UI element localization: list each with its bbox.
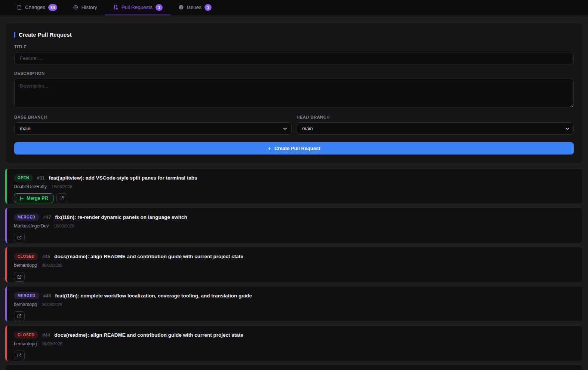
pr-card: CLOSED #44 docs(readme): align README an… (5, 325, 583, 361)
panel-title: Create Pull Request (19, 31, 72, 38)
merge-pr-button-label: Merge PR (27, 196, 48, 201)
head-branch-column: HEAD BRANCH main (297, 109, 574, 135)
merge-pr-button[interactable]: Merge PR (14, 193, 53, 203)
pr-number: #44 (42, 333, 50, 338)
base-branch-select[interactable]: main (14, 122, 292, 135)
pr-number: #46 (43, 293, 51, 299)
panel-heading: Create Pull Request (14, 31, 574, 38)
partial-card (5, 365, 583, 370)
pr-card: OPEN #31 feat(splitview): add VSCode-sty… (5, 168, 583, 204)
pr-card: CLOSED #45 docs(readme): align README an… (5, 247, 583, 282)
tab-issues[interactable]: Issues 1 (170, 0, 219, 15)
create-pull-request-button-label: Create Pull Request (274, 146, 320, 151)
pull-requests-count-badge: 1 (156, 4, 163, 11)
pr-author: DoubleDeeRuffy (14, 184, 47, 189)
branch-row: BASE BRANCH main HEAD BRANCH main (14, 109, 574, 135)
base-branch-column: BASE BRANCH main (14, 109, 292, 135)
open-external-button[interactable] (14, 272, 25, 282)
pr-author: bernardopg (14, 302, 37, 307)
pr-author: bernardopg (14, 341, 37, 346)
status-badge: MERGED (14, 214, 39, 221)
issue-icon (178, 4, 184, 10)
open-external-button[interactable] (14, 311, 25, 321)
open-external-button[interactable] (56, 193, 67, 203)
pr-title: feat(splitview): add VSCode-style split … (49, 175, 197, 181)
pr-date: 06/03/2026 (41, 263, 62, 267)
pr-number: #31 (37, 175, 45, 181)
pr-date: 06/03/2026 (41, 342, 62, 346)
pr-date: 10/03/2026 (53, 224, 74, 228)
pr-card: MERGED #46 feat(i18n): complete workflow… (5, 286, 583, 322)
head-branch-label: HEAD BRANCH (297, 115, 574, 119)
changes-count-badge: 84 (48, 4, 57, 11)
pr-card: MERGED #47 fix(i18n): re-render dynamic … (5, 208, 583, 243)
pr-author: MarkusUngerDev (14, 223, 49, 229)
pull-request-icon (113, 4, 118, 10)
tab-history[interactable]: History (65, 0, 105, 15)
pull-request-list: OPEN #31 feat(splitview): add VSCode-sty… (5, 168, 583, 370)
issues-count-badge: 1 (204, 4, 212, 11)
title-field-label: TITLE (14, 45, 574, 49)
tab-pull-requests[interactable]: Pull Requests 1 (105, 0, 170, 15)
status-badge: CLOSED (14, 253, 38, 260)
tab-changes[interactable]: Changes 84 (9, 0, 65, 15)
git-merge-icon (19, 196, 24, 201)
pr-author: bernardopg (14, 263, 37, 268)
external-link-icon (17, 353, 22, 358)
tab-history-label: History (81, 4, 97, 10)
heading-accent-bar (14, 32, 15, 38)
external-link-icon (17, 235, 22, 240)
pr-title: docs(readme): align README and contribut… (54, 254, 243, 259)
base-branch-label: BASE BRANCH (14, 115, 292, 119)
tab-pull-requests-label: Pull Requests (121, 4, 153, 10)
plus-icon: + (268, 145, 271, 152)
status-badge: CLOSED (14, 331, 38, 339)
create-pull-request-panel: Create Pull Request TITLE DESCRIPTION BA… (5, 23, 583, 163)
pr-number: #45 (42, 254, 50, 259)
top-tab-bar: Changes 84 History Pull Requests 1 Issue… (0, 0, 588, 15)
pr-number: #47 (43, 215, 51, 220)
status-badge: OPEN (14, 174, 33, 181)
pr-title: feat(i18n): complete workflow localizati… (55, 293, 252, 299)
pr-description-textarea[interactable] (14, 79, 574, 107)
pr-title-input[interactable] (14, 52, 574, 64)
head-branch-select[interactable]: main (297, 122, 574, 135)
description-field-label: DESCRIPTION (14, 71, 574, 76)
pr-title: fix(i18n): re-render dynamic panels on l… (55, 214, 187, 220)
pr-date: 16/03/2026 (52, 184, 72, 189)
external-link-icon (59, 196, 64, 201)
tab-issues-label: Issues (187, 4, 201, 10)
history-icon (73, 4, 78, 10)
pr-date: 06/03/2026 (41, 302, 62, 307)
file-icon (17, 4, 22, 10)
pr-title: docs(readme): align README and contribut… (54, 332, 243, 338)
external-link-icon (17, 314, 22, 318)
external-link-icon (17, 275, 22, 279)
create-pull-request-button[interactable]: + Create Pull Request (14, 142, 574, 155)
open-external-button[interactable] (14, 233, 25, 242)
status-badge: MERGED (14, 292, 39, 299)
tab-changes-label: Changes (25, 4, 45, 10)
open-external-button[interactable] (14, 351, 25, 360)
